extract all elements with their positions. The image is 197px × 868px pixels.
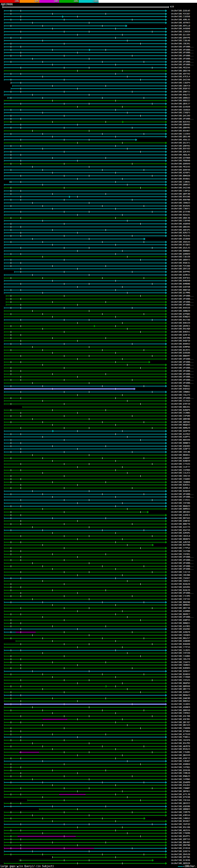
alignment-bar[interactable]	[4, 722, 165, 723]
alignment-bar[interactable]	[4, 848, 94, 848]
hit-label[interactable]: UniRef100_UP1000...	[171, 298, 193, 300]
alignment-bar[interactable]	[42, 719, 67, 720]
hit-label[interactable]: UniRef100_C5MDJ8	[171, 772, 190, 774]
alignment-bar[interactable]	[39, 809, 165, 809]
hit-label[interactable]: UniRef100_Q7PQW5	[171, 313, 190, 315]
alignment-bar[interactable]	[4, 166, 165, 167]
alignment-bar[interactable]	[4, 412, 165, 413]
alignment-bar[interactable]	[4, 158, 165, 158]
hit-label[interactable]: UniRef100_P68041	[171, 385, 190, 388]
hit-label[interactable]: UniRef100_C7YPG2	[171, 547, 190, 549]
alignment-bar[interactable]	[4, 95, 165, 95]
alignment-bar[interactable]	[9, 182, 166, 182]
hit-label[interactable]: UniRef100_B8NQV1	[171, 622, 190, 624]
alignment-bar[interactable]	[4, 527, 165, 527]
hit-label[interactable]: UniRef100_A3LYD6	[171, 715, 190, 717]
alignment-bar[interactable]	[4, 545, 152, 545]
alignment-bar[interactable]	[4, 854, 165, 855]
alignment-bar[interactable]	[4, 124, 165, 125]
alignment-bar[interactable]	[4, 386, 165, 386]
hit-label[interactable]: UniRef100_A8E5P5	[171, 229, 190, 231]
alignment-bar[interactable]	[4, 785, 165, 785]
alignment-bar[interactable]	[4, 401, 165, 401]
hit-label[interactable]: UniRef100_Q6BXV8	[171, 709, 190, 712]
hit-label[interactable]: UniRef100_Q6FNV1	[171, 790, 190, 793]
alignment-bar[interactable]	[4, 668, 165, 669]
alignment-bar[interactable]	[4, 806, 165, 807]
alignment-bar[interactable]	[4, 695, 165, 695]
alignment-bar[interactable]	[4, 209, 165, 209]
hit-label[interactable]: UniRef100_C3XQF5	[171, 112, 190, 114]
hit-label[interactable]: UniRef100_B6QDV3	[171, 424, 190, 426]
hit-label[interactable]: UniRef100_B8MVK8	[171, 685, 190, 688]
hit-label[interactable]: UniRef100_Q17MM6	[171, 291, 190, 294]
alignment-bar[interactable]	[4, 140, 135, 140]
alignment-bar[interactable]	[4, 512, 147, 513]
hit-label[interactable]: UniRef100_UP1000...	[171, 49, 193, 51]
alignment-bar[interactable]	[4, 704, 165, 705]
hit-label[interactable]: UniRef100_Q6NYR5	[171, 127, 190, 129]
hit-label[interactable]: UniRef100_B2RZ73	[171, 231, 190, 234]
hit-label[interactable]: UniRef100_Q70YI8	[171, 403, 190, 405]
hit-label[interactable]: UniRef100_C0NW62	[171, 391, 190, 393]
hit-label[interactable]: UniRef100_B4KX29	[171, 322, 190, 324]
hit-label[interactable]: UniRef100_A1DPF5	[171, 436, 190, 438]
hit-label[interactable]: UniRef100_P68040	[171, 159, 190, 162]
hit-label[interactable]: UniRef100_B4PPM2	[171, 271, 190, 273]
alignment-bar[interactable]	[11, 88, 165, 89]
hit-label[interactable]: UniRef100_C1BZP4	[171, 82, 190, 84]
hit-label[interactable]: UniRef100_C1GJC5	[171, 472, 190, 474]
hit-label[interactable]: UniRef100_Q5AXN2	[171, 628, 190, 630]
hit-label[interactable]: UniRef100_C1BJZ8	[171, 255, 190, 258]
alignment-bar[interactable]	[4, 40, 165, 41]
hit-label[interactable]: UniRef100_A6QLA5	[171, 154, 190, 156]
hit-label[interactable]: UniRef100_Q59VX6	[171, 769, 190, 772]
alignment-bar[interactable]	[4, 659, 165, 659]
alignment-bar[interactable]	[4, 665, 165, 665]
hit-label[interactable]: UniRef100_B6QPD2	[171, 682, 190, 684]
hit-label[interactable]: UniRef100_B0K020	[171, 175, 190, 177]
alignment-bar[interactable]	[4, 46, 165, 47]
alignment-bar[interactable]	[4, 320, 165, 320]
hit-label[interactable]: UniRef100_B4LHQ8	[171, 328, 190, 330]
alignment-bar[interactable]	[4, 488, 165, 488]
alignment-bar[interactable]	[4, 599, 165, 599]
alignment-bar[interactable]	[4, 332, 165, 332]
alignment-bar[interactable]	[4, 347, 165, 347]
hit-label[interactable]: UniRef100_Q0CYT4	[171, 688, 190, 690]
hit-label[interactable]: UniRef100_Q6PC90	[171, 193, 190, 195]
alignment-bar[interactable]	[4, 338, 165, 338]
alignment-bar[interactable]	[4, 674, 165, 675]
alignment-bar[interactable]	[4, 464, 165, 464]
alignment-bar[interactable]	[4, 110, 165, 110]
alignment-bar[interactable]	[4, 536, 165, 536]
alignment-bar[interactable]	[4, 148, 165, 149]
alignment-bar[interactable]	[4, 530, 165, 530]
hit-label[interactable]: UniRef100_B3MPN4	[171, 346, 190, 348]
alignment-bar[interactable]	[4, 830, 165, 831]
hit-label[interactable]: UniRef100_UP1000...	[171, 559, 193, 561]
hit-label[interactable]: UniRef100_Q6CSV3	[171, 724, 190, 726]
alignment-bar[interactable]	[4, 581, 165, 581]
hit-label[interactable]: UniRef100_C6HNV5	[171, 664, 190, 666]
alignment-bar[interactable]	[4, 365, 165, 365]
hit-label[interactable]: UniRef100_B5VPP1	[171, 835, 190, 838]
hit-label[interactable]: UniRef100_A5DBH4	[171, 763, 190, 766]
alignment-bar[interactable]	[27, 800, 165, 801]
alignment-bar[interactable]	[4, 91, 165, 92]
alignment-bar[interactable]	[4, 611, 165, 612]
alignment-bar[interactable]	[4, 67, 165, 68]
alignment-bar[interactable]	[4, 719, 42, 720]
alignment-bar[interactable]	[4, 605, 165, 606]
hit-label[interactable]: UniRef100_Q0CQ92	[171, 511, 190, 513]
hit-label[interactable]: UniRef100_B6QHZ3	[171, 505, 190, 507]
hit-label[interactable]: UniRef100_Q0D2A5	[171, 226, 190, 228]
alignment-bar[interactable]	[4, 359, 165, 359]
alignment-bar[interactable]	[4, 524, 165, 524]
alignment-bar[interactable]	[4, 152, 165, 152]
hit-label[interactable]: UniRef100_A5DNE9	[171, 706, 190, 709]
alignment-bar[interactable]	[4, 245, 165, 245]
alignment-bar[interactable]	[4, 662, 165, 662]
alignment-bar[interactable]	[4, 64, 165, 65]
hit-label[interactable]: UniRef100_UP1000...	[171, 370, 193, 372]
